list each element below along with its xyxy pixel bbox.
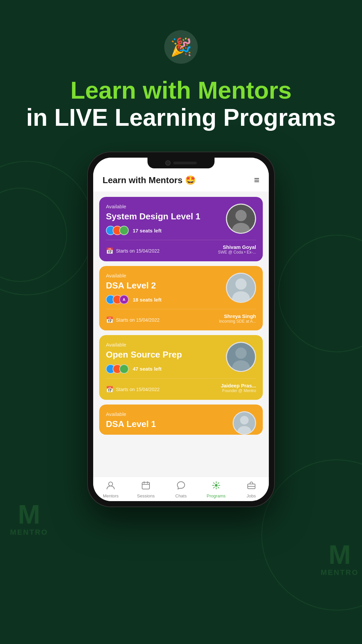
svg-point-12 [109,482,113,486]
card-available: Available [106,342,226,347]
phone-speaker [173,162,197,164]
app-icon: 🎉 [164,30,198,64]
app-title: Learn with Mentors 🤩 [103,175,196,185]
avatar-3 [119,226,129,235]
card-seats: A 18 seats left [106,295,226,304]
card-seats: 47 seats left [106,364,226,374]
chats-icon [177,481,185,492]
hamburger-icon[interactable]: ≡ [254,175,259,185]
card-title: Open Source Prep [106,350,226,360]
start-date: Starts on 15/04/2022 [116,248,160,254]
bottom-nav: Mentors Sessions [93,477,269,501]
card-date: 📅 Starts on 15/04/2022 [106,386,160,393]
mentor-title: Incoming SDE at A... [219,319,256,324]
svg-rect-13 [142,482,149,489]
programs-icon [212,481,221,492]
card-available: Available [106,273,226,278]
program-card-system-design[interactable]: Available System Design Level 1 17 seats… [99,197,263,261]
sessions-icon [141,481,150,492]
phone-container: Learn with Mentors 🤩 ≡ Available System … [0,152,362,507]
mentor-name: Shreya Singh [219,313,256,319]
program-card-open-source[interactable]: Available Open Source Prep 47 seats left [99,335,263,399]
card-date: 📅 Starts on 15/04/2022 [106,247,160,255]
programs-list: Available System Design Level 1 17 seats… [93,192,269,477]
svg-line-22 [214,483,215,484]
phone-screen: Learn with Mentors 🤩 ≡ Available System … [93,158,269,501]
sessions-label: Sessions [137,493,155,498]
program-card-dsa-level1[interactable]: Available DSA Level 1 [99,405,263,435]
mentor-avatar-jaideep [226,342,256,372]
calendar-icon: 📅 [106,316,113,324]
mentor-name: Shivam Goyal [218,244,256,250]
headline-white: in LIVE Learning Programs [0,104,362,131]
nav-item-jobs[interactable]: Jobs [234,481,269,498]
card-seats: 17 seats left [106,226,226,235]
avatar-a: A [119,295,129,304]
svg-line-24 [218,483,219,484]
phone-outer: Learn with Mentors 🤩 ≡ Available System … [87,152,275,507]
header-section: 🎉 Learn with Mentors in LIVE Learning Pr… [0,0,362,131]
seats-count: 17 seats left [133,228,162,233]
mentor-name: Jaideep Pras... [221,383,256,388]
programs-label: Programs [207,493,226,498]
calendar-icon: 📅 [106,247,113,255]
card-available: Available [106,411,233,417]
nav-item-mentors[interactable]: Mentors [93,481,128,498]
card-title: System Design Level 1 [106,211,226,222]
mentro-watermark-right: M MENTRO [321,541,359,577]
card-title: DSA Level 2 [106,280,226,291]
svg-point-17 [215,484,218,487]
mentors-icon [106,481,115,492]
card-footer: 📅 Starts on 15/04/2022 Jaideep Pras... F… [106,378,256,393]
nav-item-chats[interactable]: Chats [164,481,199,498]
svg-line-23 [218,487,219,488]
mentor-title: SWE @ Coda • Ex-... [218,250,256,255]
mentor-avatar-dsa1 [233,411,256,435]
mentor-title: Founder @ Mentro [221,388,256,393]
mentors-label: Mentors [103,493,119,498]
card-footer: 📅 Starts on 15/04/2022 Shivam Goyal SWE … [106,240,256,255]
svg-point-1 [235,210,247,221]
card-title: DSA Level 1 [106,419,233,429]
nav-item-programs[interactable]: Programs [198,481,234,498]
svg-line-25 [214,487,215,488]
jobs-label: Jobs [247,493,256,498]
calendar-icon: 📅 [106,386,113,393]
svg-point-10 [240,416,249,425]
svg-point-7 [235,347,247,359]
phone-camera [165,160,171,166]
svg-point-4 [235,278,247,290]
card-available: Available [106,204,226,209]
avatar-3 [119,364,129,374]
start-date: Starts on 15/04/2022 [116,387,160,392]
chats-label: Chats [175,493,187,498]
mentor-info: Shreya Singh Incoming SDE at A... [219,313,256,324]
program-card-dsa-level2[interactable]: Available DSA Level 2 A 18 seats left [99,266,263,330]
card-footer: 📅 Starts on 15/04/2022 Shreya Singh Inco… [106,309,256,324]
nav-item-sessions[interactable]: Sessions [128,481,164,498]
start-date: Starts on 15/04/2022 [116,317,160,323]
jobs-icon [247,481,256,492]
mentor-avatar-shivam [226,204,256,234]
seats-count: 18 seats left [133,297,162,303]
seats-count: 47 seats left [133,366,162,372]
card-date: 📅 Starts on 15/04/2022 [106,316,160,324]
mentor-info: Shivam Goyal SWE @ Coda • Ex-... [218,244,256,255]
mentor-info: Jaideep Pras... Founder @ Mentro [221,383,256,393]
phone-notch [147,158,215,168]
headline-green: Learn with Mentors [0,77,362,104]
mentor-avatar-shreya [226,273,256,303]
